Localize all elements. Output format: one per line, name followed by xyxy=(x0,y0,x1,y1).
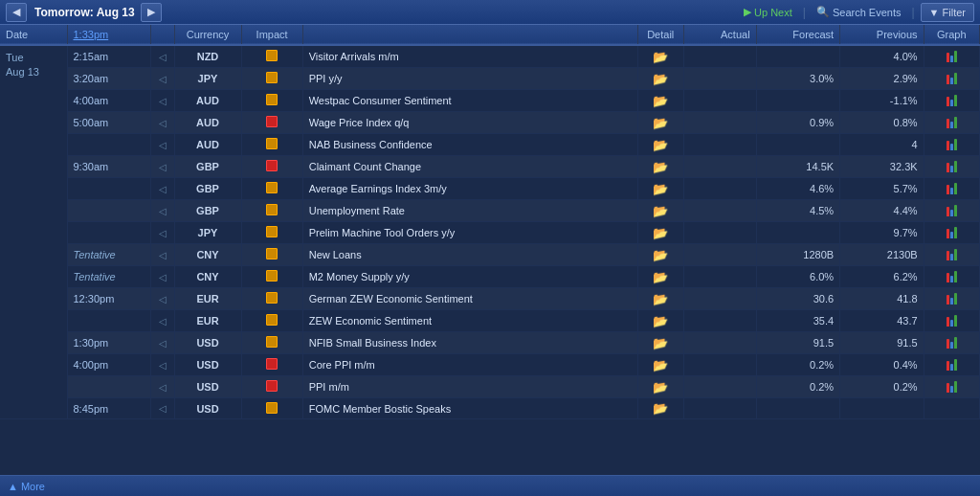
chart-bar-green xyxy=(954,139,957,150)
graph-cell[interactable] xyxy=(924,222,979,244)
detail-cell[interactable]: 📂 xyxy=(637,310,683,332)
folder-detail-icon[interactable]: 📂 xyxy=(653,314,668,328)
chart-icon[interactable] xyxy=(947,291,957,304)
event-name-cell[interactable]: New Loans xyxy=(302,244,637,266)
detail-cell[interactable]: 📂 xyxy=(637,376,683,398)
folder-detail-icon[interactable]: 📂 xyxy=(653,182,668,196)
table-row: 4:00pm ◁ USD Core PPI m/m 📂 0.2% 0.4% xyxy=(0,354,980,376)
event-name-cell[interactable]: German ZEW Economic Sentiment xyxy=(302,288,637,310)
folder-detail-icon[interactable]: 📂 xyxy=(653,270,668,284)
chart-icon[interactable] xyxy=(947,269,957,282)
detail-cell[interactable]: 📂 xyxy=(637,134,683,156)
more-button[interactable]: ▲ More xyxy=(8,481,45,492)
detail-cell[interactable]: 📂 xyxy=(637,354,683,376)
folder-detail-icon[interactable]: 📂 xyxy=(653,226,668,240)
folder-detail-icon[interactable]: 📂 xyxy=(653,380,668,395)
detail-cell[interactable]: 📂 xyxy=(637,266,683,288)
event-name-cell[interactable]: Westpac Consumer Sentiment xyxy=(302,90,637,112)
event-name-cell[interactable]: ZEW Economic Sentiment xyxy=(302,310,637,332)
event-name-cell[interactable]: M2 Money Supply y/y xyxy=(302,266,637,288)
graph-cell[interactable] xyxy=(924,354,979,376)
graph-cell[interactable] xyxy=(924,178,979,200)
chart-icon[interactable] xyxy=(947,203,957,216)
detail-cell[interactable]: 📂 xyxy=(637,288,683,310)
graph-cell[interactable] xyxy=(924,398,979,419)
chart-icon[interactable] xyxy=(947,313,957,327)
detail-cell[interactable]: 📂 xyxy=(637,178,683,200)
chart-bar-blue xyxy=(950,298,953,304)
chart-icon[interactable] xyxy=(947,49,957,62)
chart-icon[interactable] xyxy=(947,335,957,349)
detail-cell[interactable]: 📂 xyxy=(637,90,683,112)
detail-cell[interactable]: 📂 xyxy=(637,332,683,354)
detail-cell[interactable]: 📂 xyxy=(637,398,683,419)
folder-detail-icon[interactable]: 📂 xyxy=(653,248,668,262)
chart-icon[interactable] xyxy=(947,247,957,260)
event-name-cell[interactable]: NFIB Small Business Index xyxy=(302,332,637,354)
folder-detail-icon[interactable]: 📂 xyxy=(653,204,668,218)
graph-cell[interactable] xyxy=(924,332,979,354)
up-next-button[interactable]: ▶ Up Next xyxy=(739,4,797,20)
detail-cell[interactable]: 📂 xyxy=(637,156,683,178)
event-name-cell[interactable]: PPI y/y xyxy=(302,68,637,90)
chart-icon[interactable] xyxy=(947,71,957,84)
filter-button[interactable]: ▼ Filter xyxy=(921,3,974,22)
detail-cell[interactable]: 📂 xyxy=(637,45,683,68)
chart-icon[interactable] xyxy=(947,115,957,128)
chart-icon[interactable] xyxy=(947,93,957,106)
graph-cell[interactable] xyxy=(924,376,979,398)
chart-icon[interactable] xyxy=(947,181,957,194)
graph-cell[interactable] xyxy=(924,310,979,332)
folder-detail-icon[interactable]: 📂 xyxy=(653,358,668,372)
event-name-cell[interactable]: Unemployment Rate xyxy=(302,200,637,222)
date-group-cell: TueAug 13 xyxy=(0,45,67,419)
graph-cell[interactable] xyxy=(924,288,979,310)
graph-cell[interactable] xyxy=(924,266,979,288)
chart-icon[interactable] xyxy=(947,159,957,172)
graph-cell[interactable] xyxy=(924,156,979,178)
graph-cell[interactable] xyxy=(924,68,979,90)
chart-bar-blue xyxy=(950,232,953,238)
chart-icon[interactable] xyxy=(947,357,957,371)
graph-cell[interactable] xyxy=(924,90,979,112)
event-name-cell[interactable]: Core PPI m/m xyxy=(302,354,637,376)
graph-cell[interactable] xyxy=(924,112,979,134)
detail-cell[interactable]: 📂 xyxy=(637,68,683,90)
folder-detail-icon[interactable]: 📂 xyxy=(653,72,668,86)
prev-day-button[interactable]: ◀ xyxy=(6,3,27,22)
table-row: TueAug 13 2:15am ◁ NZD Visitor Arrivals … xyxy=(0,45,980,68)
detail-cell[interactable]: 📂 xyxy=(637,200,683,222)
event-name-cell[interactable]: Visitor Arrivals m/m xyxy=(302,45,637,68)
detail-cell[interactable]: 📂 xyxy=(637,244,683,266)
chart-icon[interactable] xyxy=(947,137,957,150)
event-name-cell[interactable]: Average Earnings Index 3m/y xyxy=(302,178,637,200)
chart-icon[interactable] xyxy=(947,379,957,393)
detail-cell[interactable]: 📂 xyxy=(637,222,683,244)
event-name-cell[interactable]: Wage Price Index q/q xyxy=(302,112,637,134)
graph-cell[interactable] xyxy=(924,134,979,156)
event-name-cell[interactable]: Claimant Count Change xyxy=(302,156,637,178)
col-time[interactable]: 1:33pm xyxy=(67,25,151,45)
folder-detail-icon[interactable]: 📂 xyxy=(653,116,668,130)
event-name-cell[interactable]: NAB Business Confidence xyxy=(302,134,637,156)
detail-cell[interactable]: 📂 xyxy=(637,112,683,134)
impact-med-icon xyxy=(266,226,278,237)
folder-detail-icon[interactable]: 📂 xyxy=(653,50,668,64)
folder-detail-icon[interactable]: 📂 xyxy=(653,160,668,174)
next-day-button[interactable]: ▶ xyxy=(141,3,162,22)
event-name-cell[interactable]: FOMC Member Bostic Speaks xyxy=(302,398,637,419)
graph-cell[interactable] xyxy=(924,244,979,266)
search-events-button[interactable]: 🔍 Search Events xyxy=(812,4,906,20)
chart-icon[interactable] xyxy=(947,225,957,238)
graph-cell[interactable] xyxy=(924,45,979,68)
event-name-cell[interactable]: PPI m/m xyxy=(302,376,637,398)
folder-detail-icon[interactable]: 📂 xyxy=(653,292,668,306)
actual-cell xyxy=(683,134,756,156)
folder-detail-icon[interactable]: 📂 xyxy=(653,138,668,152)
event-name-cell[interactable]: Prelim Machine Tool Orders y/y xyxy=(302,222,637,244)
chart-bar-red xyxy=(947,295,949,304)
graph-cell[interactable] xyxy=(924,200,979,222)
folder-detail-icon[interactable]: 📂 xyxy=(653,336,668,350)
folder-detail-icon[interactable]: 📂 xyxy=(653,401,668,416)
folder-detail-icon[interactable]: 📂 xyxy=(653,94,668,108)
